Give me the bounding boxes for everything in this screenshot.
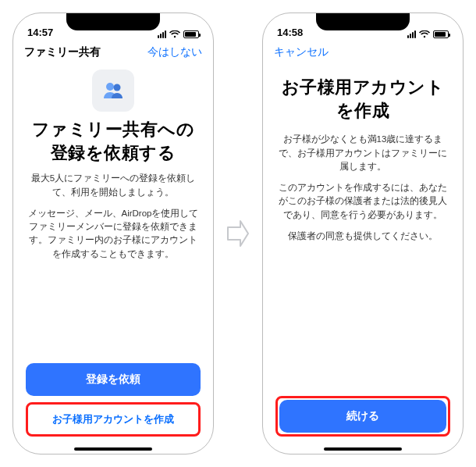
phone-screen-2: 14:58 キャンセル お子様用アカウントを作成 お子様が少なくとも満13歳に達… xyxy=(262,12,464,455)
highlight-box: お子様用アカウントを作成 xyxy=(26,402,201,437)
notch xyxy=(316,13,410,30)
continue-button[interactable]: 続ける xyxy=(279,400,446,433)
battery-icon xyxy=(433,30,449,38)
paragraph-2: メッセージ、メール、AirDropを使用してファミリーメンバーに登録を依頼できま… xyxy=(26,207,201,261)
status-icons xyxy=(158,30,199,38)
signal-icon xyxy=(407,30,416,38)
paragraph-1: お子様が少なくとも満13歳に達するまで、お子様用アカウントはファミリーに属します… xyxy=(275,133,450,173)
paragraph-2: このアカウントを作成するには、あなたがこのお子様の保護者または法的後見人であり、… xyxy=(275,181,450,222)
nav-bar: ファミリー共有 今はしない xyxy=(13,40,213,65)
clock: 14:57 xyxy=(27,27,53,38)
nav-bar: キャンセル xyxy=(263,40,463,65)
page-title: ファミリー共有への登録を依頼する xyxy=(26,118,201,164)
wifi-icon xyxy=(419,30,430,38)
battery-icon xyxy=(183,30,199,38)
home-indicator[interactable] xyxy=(324,447,402,451)
content-area: お子様用アカウントを作成 お子様が少なくとも満13歳に達するまで、お子様用アカウ… xyxy=(263,65,463,454)
create-child-account-link[interactable]: お子様用アカウントを作成 xyxy=(30,406,197,433)
arrow-icon xyxy=(226,218,250,249)
bottom-actions: 続ける xyxy=(275,396,450,454)
paragraph-1: 最大5人にファミリーへの登録を依頼して、利用を開始しましょう。 xyxy=(26,172,201,199)
cancel-link[interactable]: キャンセル xyxy=(274,45,329,59)
paragraph-3: 保護者の同意も提供してください。 xyxy=(275,230,450,243)
status-icons xyxy=(407,30,449,38)
wifi-icon xyxy=(169,30,180,38)
nav-title: ファミリー共有 xyxy=(24,45,101,59)
svg-point-1 xyxy=(114,84,121,91)
highlight-box: 続ける xyxy=(275,396,450,437)
content-area: ファミリー共有への登録を依頼する 最大5人にファミリーへの登録を依頼して、利用を… xyxy=(13,65,213,454)
page-title: お子様用アカウントを作成 xyxy=(275,76,450,122)
bottom-actions: 登録を依頼 お子様用アカウントを作成 xyxy=(26,363,201,454)
clock: 14:58 xyxy=(277,27,303,38)
phone-screen-1: 14:57 ファミリー共有 今はしない ファミリー共有への登録を依頼する 最大5… xyxy=(12,12,214,455)
nav-skip-link[interactable]: 今はしない xyxy=(147,45,202,59)
notch xyxy=(66,13,160,30)
request-invite-button[interactable]: 登録を依頼 xyxy=(26,363,201,396)
home-indicator[interactable] xyxy=(74,447,152,451)
svg-point-0 xyxy=(106,83,114,91)
family-icon xyxy=(92,70,134,112)
signal-icon xyxy=(158,30,166,38)
